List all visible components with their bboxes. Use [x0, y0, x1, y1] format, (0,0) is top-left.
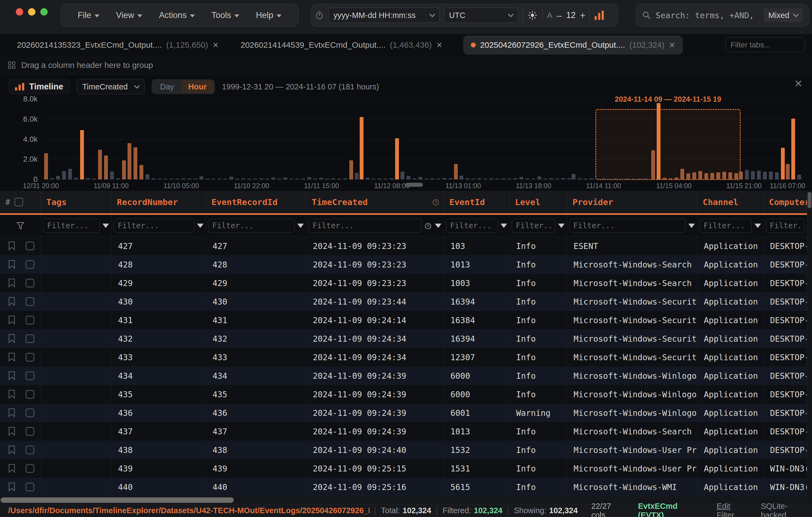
search-bar[interactable]: Search: terms, +AND, Mixed: [636, 4, 809, 27]
row-checkbox[interactable]: [26, 334, 34, 343]
histogram-bar[interactable]: [489, 178, 493, 180]
histogram-bar[interactable]: [734, 173, 738, 180]
tab-close-icon[interactable]: ✕: [669, 40, 675, 50]
histogram-bar[interactable]: [325, 179, 329, 180]
histogram-bar[interactable]: [407, 176, 410, 180]
histogram-bar[interactable]: [454, 164, 458, 180]
table-row[interactable]: 4324322024-11-09 09:24:3416394InfoMicros…: [0, 329, 807, 348]
histogram-bar[interactable]: [698, 171, 702, 180]
filter-input-eventId[interactable]: [446, 219, 498, 233]
bookmark-icon[interactable]: [8, 260, 15, 269]
vertical-scrollbar[interactable]: [807, 191, 812, 496]
histogram-bar[interactable]: [632, 179, 635, 180]
row-checkbox[interactable]: [26, 297, 34, 306]
search-mode-select[interactable]: Mixed: [763, 8, 803, 22]
histogram-bar[interactable]: [555, 179, 559, 180]
histogram-bar[interactable]: [692, 172, 696, 180]
histogram-bar[interactable]: [442, 178, 446, 180]
histogram-bar[interactable]: [437, 179, 440, 180]
bookmark-icon[interactable]: [8, 445, 15, 455]
histogram-bar[interactable]: [531, 179, 535, 180]
histogram-bar[interactable]: [349, 160, 353, 180]
histogram-bar[interactable]: [235, 179, 239, 180]
histogram-bar[interactable]: [513, 178, 517, 180]
filter-dropdown-icon[interactable]: [688, 224, 695, 228]
histogram-bar[interactable]: [241, 178, 245, 180]
filter-dropdown-icon[interactable]: [197, 224, 204, 228]
histogram-bar[interactable]: [62, 171, 66, 180]
histogram-bar[interactable]: [477, 178, 481, 180]
histogram-bar[interactable]: [157, 179, 161, 180]
histogram-bar[interactable]: [44, 153, 48, 180]
column-header-timeCreated[interactable]: TimeCreated: [306, 191, 444, 213]
histogram-bar[interactable]: [495, 179, 499, 180]
row-checkbox[interactable]: [26, 408, 34, 417]
table-row[interactable]: 4384382024-11-09 09:24:401532InfoMicroso…: [0, 441, 807, 459]
histogram-bar[interactable]: [465, 178, 469, 180]
histogram-bar[interactable]: [651, 150, 655, 180]
histogram-bar[interactable]: [786, 164, 790, 180]
histogram-bar[interactable]: [283, 178, 287, 180]
granularity-day-button[interactable]: Day: [153, 80, 181, 93]
histogram-bar[interactable]: [459, 175, 463, 180]
histogram-bar[interactable]: [170, 179, 173, 180]
row-checkbox[interactable]: [26, 464, 34, 473]
table-row[interactable]: 4274272024-11-09 09:23:23103InfoESENTApp…: [0, 237, 807, 255]
histogram-bar[interactable]: [644, 178, 647, 180]
histogram-bar[interactable]: [98, 150, 102, 180]
histogram-bar[interactable]: [728, 172, 732, 180]
histogram-bar[interactable]: [56, 176, 60, 180]
histogram-bar[interactable]: [448, 178, 452, 180]
histogram-bar[interactable]: [218, 179, 221, 180]
menu-help[interactable]: Help: [256, 10, 282, 20]
filter-input-level[interactable]: [512, 219, 555, 233]
histogram-bar[interactable]: [355, 173, 358, 180]
histogram-bar[interactable]: [608, 179, 611, 180]
column-header-eventRecordId[interactable]: EventRecordId: [206, 191, 306, 213]
bookmark-icon[interactable]: [8, 297, 15, 306]
histogram-bar[interactable]: [425, 179, 428, 180]
font-decrease-button[interactable]: –: [557, 10, 562, 21]
bookmark-icon[interactable]: [8, 353, 15, 362]
row-checkbox[interactable]: [26, 445, 34, 454]
histogram-bar[interactable]: [602, 178, 605, 180]
bookmark-icon[interactable]: [8, 316, 15, 325]
toggle-timeline-chart-icon[interactable]: [594, 11, 604, 20]
timeline-field-select[interactable]: TimeCreated: [77, 79, 145, 94]
histogram-bar[interactable]: [295, 179, 299, 180]
filter-input-provider[interactable]: [569, 219, 686, 233]
timezone-select[interactable]: UTC: [444, 8, 518, 23]
histogram-bar[interactable]: [620, 179, 624, 180]
histogram-bar[interactable]: [146, 174, 149, 180]
chart-scrollbar-thumb[interactable]: [405, 183, 423, 187]
histogram-bar[interactable]: [567, 178, 571, 180]
histogram-bar[interactable]: [537, 176, 541, 180]
histogram-bar[interactable]: [418, 177, 422, 180]
selection-rect[interactable]: [596, 109, 741, 180]
histogram-bar[interactable]: [127, 143, 131, 180]
tab-close-icon[interactable]: ✕: [212, 40, 219, 50]
histogram-bar[interactable]: [525, 178, 529, 180]
histogram-bar[interactable]: [431, 178, 434, 180]
histogram-bar[interactable]: [122, 160, 126, 180]
histogram-bar[interactable]: [224, 179, 227, 180]
row-checkbox[interactable]: [26, 353, 34, 361]
timeline-close-icon[interactable]: ✕: [794, 78, 803, 90]
histogram-bar[interactable]: [319, 178, 323, 180]
timeline-chart[interactable]: 02.0k4.0k6.0k8.0k2024-11-14 09 — 2024-11…: [0, 94, 812, 191]
filter-dropdown-icon[interactable]: [297, 224, 304, 228]
window-controls[interactable]: [16, 8, 48, 16]
histogram-bar[interactable]: [722, 172, 726, 180]
edit-filter-link[interactable]: Edit Filter: [717, 502, 749, 517]
filter-input-computer[interactable]: [766, 219, 805, 233]
histogram-bar[interactable]: [751, 171, 755, 180]
histogram-bar[interactable]: [86, 178, 90, 180]
select-all-header[interactable]: #: [0, 191, 41, 213]
close-window-icon[interactable]: [16, 8, 23, 16]
histogram-bar[interactable]: [248, 179, 251, 180]
histogram-bar[interactable]: [561, 178, 565, 180]
histogram-bar[interactable]: [508, 179, 511, 180]
column-header-recordNumber[interactable]: RecordNumber: [111, 191, 206, 213]
bookmark-icon[interactable]: [8, 334, 15, 343]
column-header-level[interactable]: Level: [510, 191, 567, 213]
